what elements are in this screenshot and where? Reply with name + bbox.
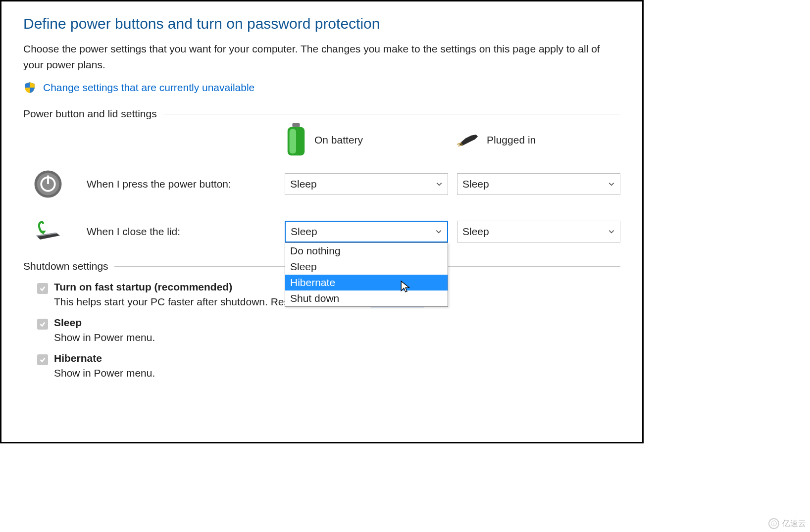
chevron-down-icon [608,178,615,190]
section-heading-power: Power button and lid settings [23,108,620,120]
dropdown-option-do-nothing[interactable]: Do nothing [285,243,448,259]
close-lid-icon [33,217,63,246]
power-button-battery-select[interactable]: Sleep [285,173,448,195]
power-options-panel: Define power buttons and turn on passwor… [0,0,644,443]
fast-startup-label: Turn on fast startup (recommended) [54,281,232,293]
svg-rect-0 [292,123,300,127]
close-lid-plugged-select[interactable]: Sleep [457,221,620,242]
checkbox-hibernate[interactable] [37,354,48,365]
power-button-plugged-select[interactable]: Sleep [457,173,620,195]
close-lid-label: When I close the lid: [87,226,276,238]
close-lid-battery-select[interactable]: Sleep [285,221,448,242]
battery-icon [285,129,307,151]
sleep-desc: Show in Power menu. [54,332,620,343]
hibernate-label: Hibernate [54,352,102,364]
plug-icon [457,129,480,151]
column-header-battery: On battery [285,129,448,151]
hibernate-desc: Show in Power menu. [54,367,620,379]
chevron-down-icon [436,178,443,190]
close-lid-battery-dropdown[interactable]: Do nothing Sleep Hibernate Shut down [285,242,448,307]
chevron-down-icon [608,226,615,238]
uac-link-row[interactable]: Change settings that are currently unava… [23,81,620,94]
svg-rect-2 [290,129,296,153]
hibernate-row: Hibernate [37,352,620,365]
page-title: Define power buttons and turn on passwor… [23,15,620,32]
power-button-icon [33,169,63,199]
dropdown-option-hibernate[interactable]: Hibernate [285,275,448,290]
column-header-plugged: Plugged in [457,129,620,151]
sleep-label: Sleep [54,317,82,329]
dropdown-option-shut-down[interactable]: Shut down [285,290,448,306]
power-settings-grid: On battery Plugged in When I press the p… [33,129,620,246]
checkbox-fast-startup[interactable] [37,283,48,294]
page-intro: Choose the power settings that you want … [23,41,620,72]
chevron-down-icon [435,226,442,238]
checkbox-sleep[interactable] [37,319,48,330]
power-button-label: When I press the power button: [87,178,276,190]
shield-icon [23,81,36,94]
uac-link-text[interactable]: Change settings that are currently unava… [43,82,254,94]
sleep-row: Sleep [37,317,620,330]
dropdown-option-sleep[interactable]: Sleep [285,259,448,275]
